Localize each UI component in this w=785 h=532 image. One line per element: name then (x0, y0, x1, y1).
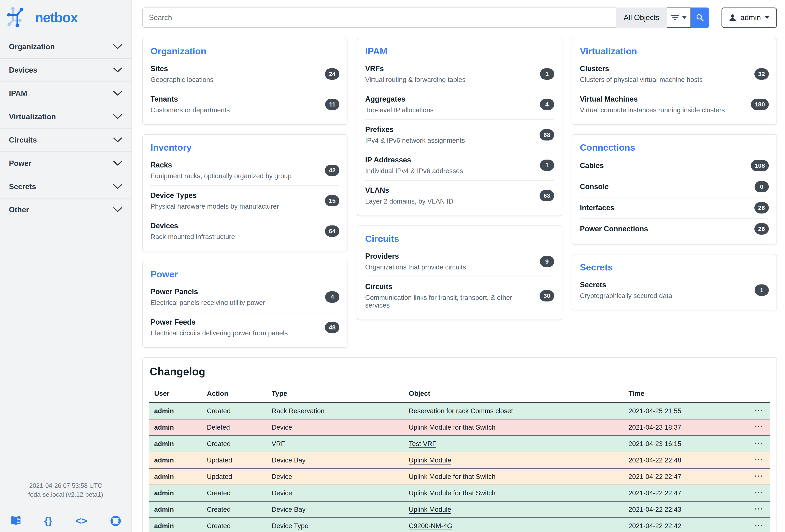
card-item-link[interactable]: VLANs Layer 2 domains, by VLAN ID 63 (365, 180, 554, 211)
card-item-link[interactable]: Cables 108 (580, 155, 769, 176)
sidebar-item-circuits[interactable]: Circuits (0, 128, 131, 152)
card-item-description: Customers or departments (151, 106, 230, 114)
help-lifebuoy-icon[interactable] (110, 515, 121, 526)
card-title: Inventory (151, 142, 339, 153)
card-item-link[interactable]: Racks Equipment racks, optionally organi… (151, 155, 339, 185)
footer-hostname: foda-se.local (v2.12-beta1) (0, 490, 131, 499)
sidebar-item-organization[interactable]: Organization (0, 35, 131, 58)
user-icon (729, 14, 737, 22)
row-actions-ellipsis-button[interactable]: ⋯ (754, 405, 763, 415)
card-item-text: Prefixes IPv4 & IPv6 network assignments (365, 125, 465, 144)
card-item-link[interactable]: Secrets Cryptographically secured data 1 (580, 275, 769, 305)
card-column-2: IPAM VRFs Virtual routing & forwarding t… (357, 38, 562, 320)
card-item-link[interactable]: Interfaces 26 (580, 197, 769, 218)
card-item-list: Sites Geographic locations 24 Tenants Cu… (151, 59, 339, 119)
changelog-type-cell: Device (266, 469, 403, 485)
row-actions-ellipsis-button[interactable]: ⋯ (754, 504, 763, 513)
dashboard-card: Inventory Racks Equipment racks, optiona… (143, 134, 348, 251)
user-menu-button[interactable]: admin (721, 7, 777, 28)
row-actions-ellipsis-button[interactable]: ⋯ (754, 487, 763, 497)
card-item-link[interactable]: Clusters Clusters of physical virtual ma… (580, 59, 769, 89)
card-item-text: Devices Rack-mounted infrastructure (151, 221, 235, 241)
card-item-link[interactable]: Power Feeds Electrical circuits deliveri… (151, 312, 339, 342)
netbox-logo[interactable]: netbox (0, 0, 131, 35)
card-title: Virtualization (580, 46, 769, 57)
count-badge: 1 (755, 285, 769, 296)
card-title: Circuits (365, 234, 554, 244)
source-code-icon[interactable]: <> (75, 515, 87, 527)
sidebar-item-label: Circuits (9, 136, 37, 144)
api-braces-icon[interactable]: {} (44, 515, 52, 527)
card-item-link[interactable]: Tenants Customers or departments 11 (151, 89, 339, 119)
changelog-type-cell: Device Bay (266, 501, 403, 518)
card-item-link[interactable]: Console 0 (580, 176, 769, 197)
changelog-user-cell: admin (149, 485, 202, 501)
changelog-object-link[interactable]: Reservation for rack Comms closet (409, 407, 513, 415)
card-item-text: Sites Geographic locations (151, 64, 213, 83)
changelog-time-cell: 2021-04-25 21:55 (623, 403, 749, 419)
filter-icon (671, 15, 679, 21)
row-actions-ellipsis-button[interactable]: ⋯ (754, 422, 763, 431)
sidebar-item-other[interactable]: Other (0, 198, 131, 221)
card-item-description: Top-level IP allocations (365, 106, 433, 114)
sidebar-item-power[interactable]: Power (0, 152, 131, 175)
card-item-link[interactable]: Device Types Physical hardware models by… (151, 185, 339, 216)
row-actions-ellipsis-button[interactable]: ⋯ (754, 454, 763, 464)
card-item-link[interactable]: Sites Geographic locations 24 (151, 59, 339, 89)
sidebar-item-devices[interactable]: Devices (0, 58, 131, 81)
row-actions-ellipsis-button[interactable]: ⋯ (754, 471, 763, 481)
changelog-object-link[interactable]: Test VRF (409, 440, 436, 448)
card-item-link[interactable]: Devices Rack-mounted infrastructure 64 (151, 216, 339, 246)
card-item-description: Cryptographically secured data (580, 292, 672, 300)
card-item-title: Sites (151, 64, 213, 73)
sidebar-item-label: Virtualization (9, 112, 56, 121)
changelog-time-cell: 2021-04-23 16:15 (623, 436, 749, 452)
card-item-text: VLANs Layer 2 domains, by VLAN ID (365, 186, 453, 205)
changelog-user-cell: admin (149, 452, 202, 469)
row-actions-ellipsis-button[interactable]: ⋯ (754, 520, 763, 530)
card-item-link[interactable]: Aggregates Top-level IP allocations 4 (365, 89, 554, 119)
card-item-title: Devices (151, 221, 235, 230)
search-button[interactable] (691, 7, 709, 28)
card-item-link[interactable]: Power Panels Electrical panels receiving… (151, 282, 339, 312)
sidebar-item-secrets[interactable]: Secrets (0, 175, 131, 198)
card-item-link[interactable]: Prefixes IPv4 & IPv6 network assignments… (365, 119, 554, 150)
column-header-object: Object (403, 386, 623, 403)
card-item-title: VRFs (365, 64, 465, 73)
main-content: All Objects admin (132, 0, 785, 532)
column-header-user: User (149, 386, 202, 403)
card-item-list: Secrets Cryptographically secured data 1 (580, 275, 769, 305)
card-item-title: VLANs (365, 186, 453, 195)
changelog-action-cell: Deleted (202, 419, 267, 436)
docs-book-icon[interactable] (10, 516, 21, 526)
changelog-row: admin Deleted Device Uplink Module for t… (149, 419, 770, 436)
card-item-description: Electrical panels receiving utility powe… (151, 299, 265, 307)
card-item-link[interactable]: IP Addresses Individual IPv4 & IPv6 addr… (365, 150, 554, 180)
card-item-title: Providers (365, 252, 466, 261)
search-input[interactable] (143, 7, 616, 28)
changelog-object-link[interactable]: Uplink Module (409, 506, 451, 513)
card-item-link[interactable]: Providers Organizations that provide cir… (365, 246, 554, 276)
count-badge: 4 (325, 291, 339, 303)
sidebar-item-ipam[interactable]: IPAM (0, 81, 131, 105)
card-item-link[interactable]: Virtual Machines Virtual compute instanc… (580, 89, 769, 119)
chevron-down-icon (113, 161, 122, 166)
card-item-text: Power Connections (580, 224, 648, 233)
card-item-link[interactable]: Power Connections 26 (580, 218, 769, 239)
card-item-text: VRFs Virtual routing & forwarding tables (365, 64, 465, 83)
chevron-down-icon (113, 44, 122, 50)
changelog-object-cell: C9200-NM-4G (403, 518, 623, 532)
sidebar-item-virtualization[interactable]: Virtualization (0, 105, 131, 128)
card-item-list: VRFs Virtual routing & forwarding tables… (365, 59, 554, 211)
search-scope-dropdown-button[interactable] (667, 7, 691, 28)
chevron-down-icon (113, 68, 122, 73)
changelog-object-link[interactable]: C9200-NM-4G (409, 522, 452, 530)
card-item-link[interactable]: VRFs Virtual routing & forwarding tables… (365, 59, 554, 89)
card-item-title: Console (580, 183, 609, 191)
changelog-object-cell: Uplink Module for that Switch (403, 485, 623, 501)
row-actions-ellipsis-button[interactable]: ⋯ (754, 438, 763, 448)
card-item-link[interactable]: Circuits Communication links for transit… (365, 276, 554, 315)
column-header-actions (749, 386, 770, 403)
changelog-object-link[interactable]: Uplink Module (409, 456, 451, 464)
search-bar: All Objects (143, 7, 709, 28)
